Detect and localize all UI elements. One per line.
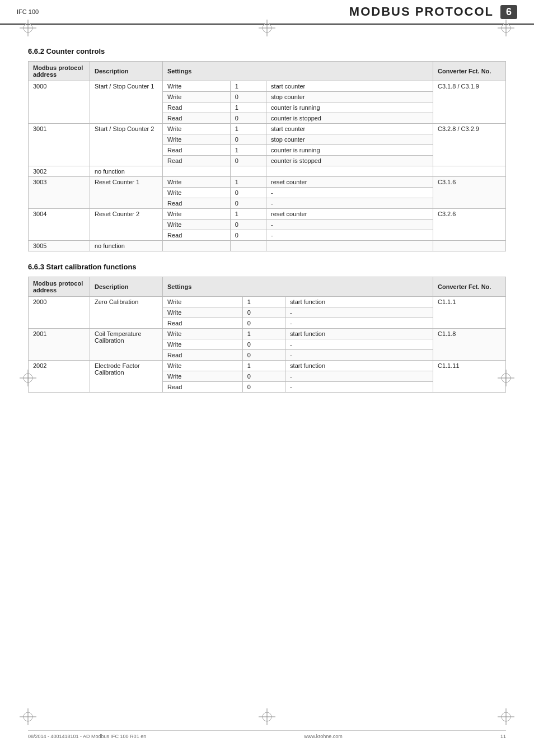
cell-val: 0 xyxy=(242,307,285,318)
cell-rw: Read xyxy=(163,318,243,329)
cell-address: 3003 xyxy=(29,177,90,209)
cell-val: 1 xyxy=(230,102,266,113)
main-content: 6.6.2 Counter controls Modbus protocol a… xyxy=(0,30,534,415)
cell-val: 0 xyxy=(242,382,285,393)
cell-rw: Write xyxy=(163,177,231,188)
cell-fct: C1.1.8 xyxy=(433,329,506,361)
cell-val: 1 xyxy=(242,297,285,307)
cell-meaning: reset counter xyxy=(266,177,433,188)
cell-val: 0 xyxy=(230,113,266,124)
section1-heading: 6.6.2 Counter controls xyxy=(28,47,506,55)
cell-fct: C3.2.8 / C3.2.9 xyxy=(433,124,506,166)
table-row: 3003Reset Counter 1Write1reset counterC3… xyxy=(29,177,506,188)
cell-rw: Write xyxy=(163,220,231,230)
table-row: 3005no function xyxy=(29,241,506,251)
cell-meaning: stop counter xyxy=(266,92,433,102)
cell-fct: C1.1.11 xyxy=(433,361,506,393)
cell-val: 0 xyxy=(230,198,266,209)
cell-meaning: - xyxy=(266,188,433,198)
cell-meaning: - xyxy=(285,318,433,329)
cell-rw: Write xyxy=(163,188,231,198)
cell-meaning: counter is stopped xyxy=(266,113,433,124)
cell-val: 1 xyxy=(230,81,266,92)
footer-right: 11 xyxy=(500,734,506,739)
cell-meaning: - xyxy=(285,371,433,382)
cell-meaning: - xyxy=(266,230,433,241)
th-address: Modbus protocol address xyxy=(29,62,90,81)
cell-val: 0 xyxy=(242,371,285,382)
cell-meaning xyxy=(266,166,433,177)
cell-rw: Write xyxy=(163,92,231,102)
cell-rw: Read xyxy=(163,350,243,361)
cell-rw: Read xyxy=(163,145,231,156)
calibration-table: Modbus protocol address Description Sett… xyxy=(28,277,506,393)
cell-address: 3002 xyxy=(29,166,90,177)
cell-meaning: - xyxy=(266,220,433,230)
corner-mark-top-mid xyxy=(259,20,275,36)
cell-address: 3004 xyxy=(29,209,90,241)
cell-desc: Start / Stop Counter 2 xyxy=(90,124,163,166)
cell-fct: C1.1.1 xyxy=(433,297,506,329)
cell-rw: Read xyxy=(163,198,231,209)
cell-rw: Read xyxy=(163,113,231,124)
th-settings: Settings xyxy=(163,62,433,81)
cell-desc: Start / Stop Counter 1 xyxy=(90,81,163,124)
corner-mark-bottom-mid xyxy=(259,708,275,725)
cell-meaning: start counter xyxy=(266,124,433,134)
cell-val: 1 xyxy=(230,124,266,134)
cell-val: 0 xyxy=(230,230,266,241)
page-footer: 08/2014 - 4001418101 - AD Modbus IFC 100… xyxy=(28,730,506,739)
table-row: 2001Coil Temperature CalibrationWrite1st… xyxy=(29,329,506,339)
cell-val: 1 xyxy=(230,209,266,220)
th2-converter: Converter Fct. No. xyxy=(433,277,506,297)
cell-rw: Read xyxy=(163,382,243,393)
cell-desc: Electrode Factor Calibration xyxy=(90,361,163,393)
cell-desc: no function xyxy=(90,241,163,251)
cell-rw: Read xyxy=(163,102,231,113)
cell-rw: Read xyxy=(163,156,231,166)
cell-address: 3000 xyxy=(29,81,90,124)
cell-desc: Coil Temperature Calibration xyxy=(90,329,163,361)
corner-mark-bl xyxy=(20,708,36,725)
cell-meaning: start function xyxy=(285,329,433,339)
table-row: 3001Start / Stop Counter 2Write1start co… xyxy=(29,124,506,134)
cell-address: 2000 xyxy=(29,297,90,329)
corner-mark-br xyxy=(498,708,514,725)
cell-rw: Write xyxy=(163,209,231,220)
cell-address: 2002 xyxy=(29,361,90,393)
cell-rw: Write xyxy=(163,81,231,92)
header-badge: 6 xyxy=(500,5,517,19)
table-row: 3002no function xyxy=(29,166,506,177)
cell-meaning: - xyxy=(285,307,433,318)
cell-rw: Read xyxy=(163,230,231,241)
cell-desc: Zero Calibration xyxy=(90,297,163,329)
cell-val: 0 xyxy=(242,350,285,361)
header-left-label: IFC 100 xyxy=(17,8,39,15)
section-start-calibration: 6.6.3 Start calibration functions Modbus… xyxy=(28,263,506,393)
th-description: Description xyxy=(90,62,163,81)
cell-meaning: - xyxy=(285,339,433,350)
cell-meaning: counter is running xyxy=(266,145,433,156)
corner-mark-mid-r xyxy=(498,370,514,386)
cell-desc: Reset Counter 1 xyxy=(90,177,163,209)
corner-mark-tr xyxy=(498,20,514,36)
cell-val: 1 xyxy=(230,177,266,188)
cell-rw: Write xyxy=(163,329,243,339)
cell-fct xyxy=(433,241,506,251)
corner-mark-tl xyxy=(20,20,36,36)
cell-val: 1 xyxy=(230,145,266,156)
cell-meaning: start function xyxy=(285,361,433,371)
cell-val: 0 xyxy=(242,339,285,350)
table-row: 3000Start / Stop Counter 1Write1start co… xyxy=(29,81,506,92)
cell-meaning: start counter xyxy=(266,81,433,92)
cell-meaning: stop counter xyxy=(266,134,433,145)
cell-val: 0 xyxy=(230,156,266,166)
cell-fct: C3.2.6 xyxy=(433,209,506,241)
section2-heading: 6.6.3 Start calibration functions xyxy=(28,263,506,271)
cell-meaning: - xyxy=(266,198,433,209)
cell-val: 0 xyxy=(230,92,266,102)
cell-rw: Write xyxy=(163,339,243,350)
cell-meaning xyxy=(266,241,433,251)
table-row: 2000Zero CalibrationWrite1start function… xyxy=(29,297,506,307)
footer-center: www.krohne.com xyxy=(304,734,343,739)
